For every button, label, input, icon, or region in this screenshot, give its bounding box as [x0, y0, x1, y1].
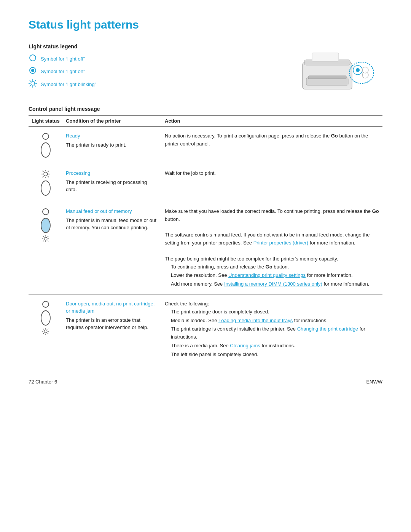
condition-desc-1: The printer is ready to print.: [66, 142, 126, 148]
col-header-lightstatus: Light status: [29, 115, 63, 126]
legend-item-on: Symbol for “light on”: [29, 67, 291, 76]
svg-point-47: [44, 330, 47, 333]
svg-point-23: [41, 143, 50, 157]
svg-point-22: [43, 133, 49, 139]
link-printer-properties[interactable]: Printer properties (driver): [253, 240, 309, 246]
svg-line-52: [43, 329, 44, 329]
svg-line-11: [30, 85, 31, 86]
col-header-condition: Condition of the printer: [63, 115, 162, 126]
action-cell-4: Check the following: The print cartridge…: [162, 294, 382, 365]
action-cell-3: Make sure that you have loaded the corre…: [162, 202, 382, 295]
svg-rect-14: [308, 76, 346, 79]
link-changing-cartridge[interactable]: Changing the print cartridge: [297, 326, 358, 332]
svg-line-8: [30, 80, 31, 81]
svg-line-44: [43, 241, 44, 241]
svg-point-34: [43, 209, 49, 215]
action-cell-2: Wait for the job to print.: [162, 164, 382, 202]
legend-blink-label: Symbol for “light blinking”: [41, 81, 96, 87]
printer-image: [291, 40, 382, 97]
legend-title: Light status legend: [29, 43, 291, 50]
condition-desc-2: The printer is receiving or processing d…: [66, 179, 147, 193]
light-small-off-4: [41, 300, 50, 308]
svg-line-54: [48, 329, 48, 329]
svg-point-2: [31, 69, 34, 72]
light-group-manual: [32, 208, 60, 243]
svg-point-18: [356, 68, 360, 72]
condition-title-4: Door open, media out, no print cartridge…: [66, 300, 159, 315]
status-table: Light status Condition of the printer Ac…: [29, 115, 382, 365]
printer-svg: [295, 42, 379, 95]
link-clearing-jams[interactable]: Clearing jams: [230, 343, 260, 348]
link-memory-dimm[interactable]: Installing a memory DIMM (1300 series on…: [224, 281, 322, 287]
legend-item-off: Symbol for “light off”: [29, 54, 291, 64]
footer-left: 72 Chapter 6: [29, 379, 57, 385]
light-oval-blink-filled: [40, 217, 51, 234]
svg-point-35: [41, 218, 50, 233]
table-row: Processing The printer is receiving or p…: [29, 164, 382, 202]
svg-line-43: [48, 236, 48, 237]
col-header-action: Action: [162, 115, 382, 126]
light-small-blink: [41, 169, 50, 179]
legend-off-label: Symbol for “light off”: [41, 56, 85, 62]
link-print-quality[interactable]: Understanding print quality settings: [228, 272, 306, 278]
light-group-processing: [32, 169, 60, 197]
light-blink-symbol: [29, 79, 37, 89]
light-oval-off: [40, 142, 51, 158]
light-small-off-3: [41, 208, 50, 216]
condition-title-1: Ready: [66, 132, 159, 140]
legend-item-blink: Symbol for “light blinking”: [29, 79, 291, 89]
light-status-cell-4: [29, 294, 63, 365]
light-blink-sub-4: [42, 328, 49, 335]
svg-line-31: [48, 171, 49, 172]
svg-line-55: [43, 333, 44, 334]
svg-line-42: [48, 241, 48, 241]
light-group-error: [32, 300, 60, 335]
legend-on-label: Symbol for “light on”: [41, 69, 85, 74]
svg-point-33: [41, 181, 50, 195]
condition-title-3: Manual feed or out of memory: [66, 208, 159, 215]
svg-point-3: [31, 81, 35, 85]
svg-line-41: [43, 236, 44, 237]
light-status-cell-1: [29, 126, 63, 164]
condition-cell-2: Processing The printer is receiving or p…: [63, 164, 162, 202]
condition-cell-3: Manual feed or out of memory The printer…: [63, 202, 162, 295]
link-loading-media[interactable]: Loading media into the input trays: [218, 318, 293, 323]
light-off-symbol: [29, 54, 37, 64]
svg-point-19: [362, 67, 368, 73]
svg-point-20: [362, 72, 368, 78]
page-title: Status light patterns: [29, 18, 382, 31]
condition-desc-4: The printer is in an error state that re…: [66, 317, 148, 331]
svg-point-36: [44, 237, 47, 240]
light-blink-sub: [42, 235, 49, 243]
light-status-cell-3: [29, 202, 63, 295]
footer-right: ENWW: [366, 379, 382, 385]
svg-line-53: [48, 333, 48, 334]
svg-line-10: [35, 80, 36, 81]
svg-point-0: [30, 55, 36, 61]
table-row: Ready The printer is ready to print. No …: [29, 126, 382, 164]
light-small-off: [41, 132, 50, 141]
action-text-4: Check the following: The print cartridge…: [165, 300, 379, 359]
svg-point-46: [41, 311, 50, 325]
condition-title-2: Processing: [66, 169, 159, 177]
svg-rect-16: [312, 53, 339, 61]
svg-line-30: [48, 176, 49, 177]
light-status-cell-2: [29, 164, 63, 202]
condition-cell-1: Ready The printer is ready to print.: [63, 126, 162, 164]
action-cell-1: No action is necessary. To print a confi…: [162, 126, 382, 164]
light-on-symbol: [29, 67, 37, 76]
light-group-ready: [32, 132, 60, 158]
condition-desc-3: The printer is in manual feed mode or ou…: [66, 217, 156, 231]
action-text-3: Make sure that you have loaded the corre…: [165, 208, 379, 288]
light-oval-off-2: [40, 180, 51, 197]
light-oval-off-4: [40, 310, 51, 326]
action-text-1: No action is necessary. To print a confi…: [165, 132, 379, 148]
action-text-2: Wait for the job to print.: [165, 169, 379, 177]
condition-cell-4: Door open, media out, no print cartridge…: [63, 294, 162, 365]
table-row: Door open, media out, no print cartridge…: [29, 294, 382, 365]
svg-line-9: [35, 85, 36, 86]
svg-line-32: [43, 176, 44, 177]
table-row: Manual feed or out of memory The printer…: [29, 202, 382, 295]
svg-line-29: [43, 171, 44, 172]
svg-point-24: [44, 172, 48, 176]
